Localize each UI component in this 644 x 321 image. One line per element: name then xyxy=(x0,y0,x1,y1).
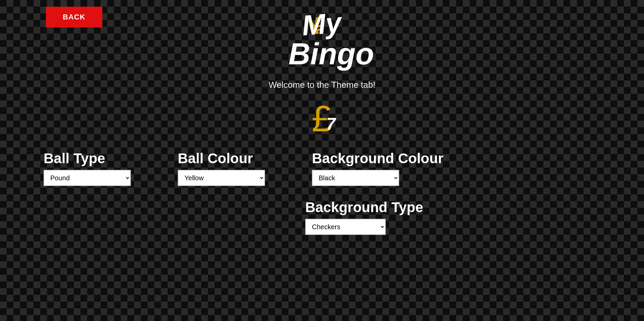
background-type-select[interactable]: Checkers Solid Stripes Dots Grid xyxy=(305,219,386,235)
main-content: My ¥ Bingo Welcome to the Theme tab! £ 7… xyxy=(0,0,644,235)
controls-row-bottom: Background Type Checkers Solid Stripes D… xyxy=(0,199,644,235)
ball-colour-group: Ball Colour Yellow Red Blue Green White … xyxy=(178,150,285,186)
welcome-message: Welcome to the Theme tab! xyxy=(269,80,375,90)
back-button[interactable]: BACK xyxy=(46,7,102,27)
logo: My ¥ Bingo xyxy=(282,6,362,76)
ball-colour-label: Ball Colour xyxy=(178,150,285,167)
ball-preview: £ 7 xyxy=(312,100,332,137)
ball-number-label: 7 xyxy=(326,114,336,134)
background-type-group: Background Type Checkers Solid Stripes D… xyxy=(305,199,423,235)
background-colour-select[interactable]: Black White Red Blue Green Dark Grey xyxy=(312,170,399,186)
ball-colour-select[interactable]: Yellow Red Blue Green White Black xyxy=(178,170,265,186)
ball-type-label: Ball Type xyxy=(44,150,151,167)
ball-type-select[interactable]: Pound Dollar Euro Star Classic xyxy=(44,170,131,186)
logo-bingo-text: Bingo xyxy=(288,37,374,71)
ball-type-group: Ball Type Pound Dollar Euro Star Classic xyxy=(44,150,151,186)
controls-row-top: Ball Type Pound Dollar Euro Star Classic… xyxy=(0,150,644,186)
background-type-label: Background Type xyxy=(305,199,423,215)
background-colour-group: Background Colour Black White Red Blue G… xyxy=(312,150,443,186)
background-colour-label: Background Colour xyxy=(312,150,443,167)
